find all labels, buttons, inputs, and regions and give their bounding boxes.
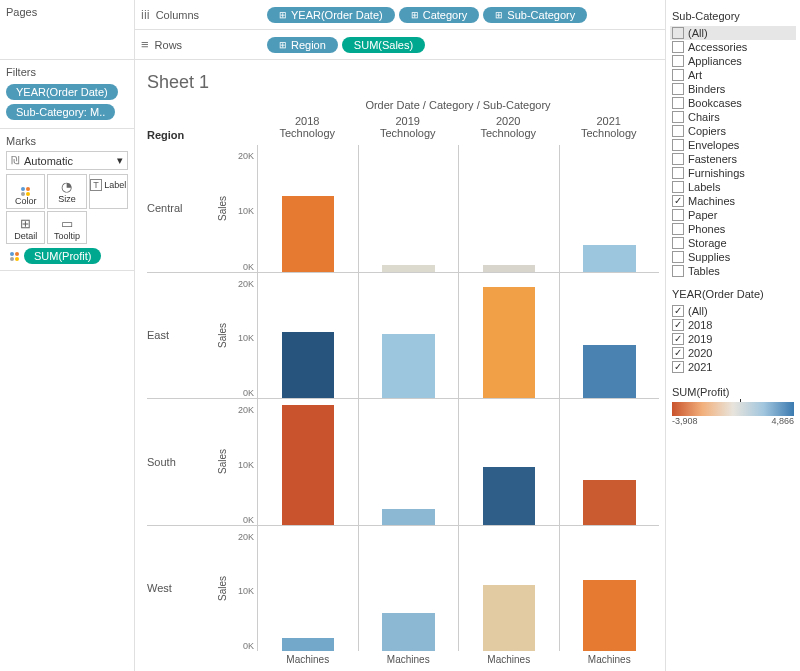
subcat-label: Labels (688, 181, 720, 193)
subcat-item[interactable]: Fasteners (672, 152, 794, 166)
subcat-all-row[interactable]: (All) (670, 26, 796, 40)
bar[interactable] (382, 613, 435, 651)
subcat-item[interactable]: Appliances (672, 54, 794, 68)
chart-cell[interactable] (559, 272, 660, 399)
bar[interactable] (583, 245, 636, 272)
y-tick: 20K (238, 405, 254, 415)
year-all-row[interactable]: ✓ (All) (672, 304, 794, 318)
checkbox-icon (672, 83, 684, 95)
bar[interactable] (483, 585, 536, 651)
row-pill[interactable]: SUM(Sales) (342, 37, 425, 53)
chart-cell[interactable] (358, 272, 459, 399)
subcat-item[interactable]: Furnishings (672, 166, 794, 180)
bar[interactable] (583, 480, 636, 524)
subcat-item[interactable]: Copiers (672, 124, 794, 138)
chart-cell[interactable] (257, 398, 358, 525)
year-item[interactable]: ✓2019 (672, 332, 794, 346)
chart-cell[interactable] (358, 145, 459, 272)
y-tick: 10K (238, 333, 254, 343)
bar-icon: ₪ (11, 154, 20, 167)
chart-cell[interactable] (559, 525, 660, 652)
columns-shelf[interactable]: iii Columns ⊞YEAR(Order Date)⊞Category⊞S… (135, 0, 665, 30)
detail-button[interactable]: ⊞ Detail (6, 211, 45, 244)
column-pill[interactable]: ⊞Sub-Category (483, 7, 587, 23)
sheet-title[interactable]: Sheet 1 (147, 72, 659, 93)
subcat-item[interactable]: Labels (672, 180, 794, 194)
chart-cell[interactable] (458, 525, 559, 652)
bar[interactable] (282, 196, 335, 272)
bar[interactable] (282, 405, 335, 525)
subcat-label: Binders (688, 83, 725, 95)
color-button[interactable]: Color (6, 174, 45, 209)
subcat-item[interactable]: Bookcases (672, 96, 794, 110)
bar[interactable] (382, 334, 435, 398)
tooltip-button[interactable]: ▭ Tooltip (47, 211, 86, 244)
subcat-item[interactable]: Paper (672, 208, 794, 222)
chart-cell[interactable] (559, 398, 660, 525)
filter-pill-year[interactable]: YEAR(Order Date) (6, 84, 118, 100)
marks-color-field[interactable]: SUM(Profit) (6, 248, 128, 264)
checkbox-icon (672, 209, 684, 221)
filter-pill-subcategory[interactable]: Sub-Category: M.. (6, 104, 115, 120)
bar[interactable] (282, 638, 335, 651)
subcat-item[interactable]: Phones (672, 222, 794, 236)
bar[interactable] (282, 332, 335, 398)
rows-shelf[interactable]: ≡ Rows ⊞RegionSUM(Sales) (135, 30, 665, 60)
subcat-item[interactable]: Chairs (672, 110, 794, 124)
columns-icon: iii (141, 7, 150, 22)
chart-cell[interactable] (358, 398, 459, 525)
subcat-label: Supplies (688, 251, 730, 263)
subcat-item[interactable]: ✓Machines (672, 194, 794, 208)
bar[interactable] (483, 265, 536, 272)
checkbox-icon (672, 111, 684, 123)
plus-icon: ⊞ (411, 10, 419, 20)
subcat-item[interactable]: Binders (672, 82, 794, 96)
bar[interactable] (382, 265, 435, 272)
checkbox-icon: ✓ (672, 305, 684, 317)
chart-cell[interactable] (559, 145, 660, 272)
legend-gradient[interactable] (672, 402, 794, 416)
checkbox-icon (672, 251, 684, 263)
year-item[interactable]: ✓2018 (672, 318, 794, 332)
size-label: Size (58, 194, 76, 204)
column-pill[interactable]: ⊞Category (399, 7, 480, 23)
bar[interactable] (583, 345, 636, 398)
columns-text: Columns (156, 9, 199, 21)
mark-type-dropdown[interactable]: ₪ Automatic ▾ (6, 151, 128, 170)
chart-cell[interactable] (358, 525, 459, 652)
subcat-item[interactable]: Art (672, 68, 794, 82)
chart-cell[interactable] (458, 272, 559, 399)
label-button[interactable]: T Label (89, 174, 128, 209)
subcat-item[interactable]: Envelopes (672, 138, 794, 152)
checkbox-icon: ✓ (672, 361, 684, 373)
bar[interactable] (483, 287, 536, 398)
column-header: 2018Technology (257, 113, 358, 145)
year-list: ✓2018✓2019✓2020✓2021 (672, 318, 794, 374)
rows-text: Rows (155, 39, 183, 51)
subcat-item[interactable]: Supplies (672, 250, 794, 264)
chart-cell[interactable] (458, 145, 559, 272)
color-dots-icon (6, 248, 22, 264)
subcat-item[interactable]: Storage (672, 236, 794, 250)
tooltip-label: Tooltip (54, 231, 80, 241)
bar[interactable] (583, 580, 636, 651)
subcat-label: Envelopes (688, 139, 739, 151)
subcat-label: Art (688, 69, 702, 81)
chart-cell[interactable] (257, 525, 358, 652)
subcat-item[interactable]: Accessories (672, 40, 794, 54)
chart-cell[interactable] (257, 145, 358, 272)
chart-cell[interactable] (257, 272, 358, 399)
bar[interactable] (483, 467, 536, 525)
subcat-item[interactable]: Tables (672, 264, 794, 278)
row-pill[interactable]: ⊞Region (267, 37, 338, 53)
chart-cell[interactable] (458, 398, 559, 525)
checkbox-icon (672, 167, 684, 179)
bar[interactable] (382, 509, 435, 524)
year-item[interactable]: ✓2020 (672, 346, 794, 360)
year-item[interactable]: ✓2021 (672, 360, 794, 374)
column-pill[interactable]: ⊞YEAR(Order Date) (267, 7, 395, 23)
x-label: Machines (559, 651, 660, 665)
subcat-label: Furnishings (688, 167, 745, 179)
size-button[interactable]: ◔ Size (47, 174, 86, 209)
plus-icon: ⊞ (495, 10, 503, 20)
